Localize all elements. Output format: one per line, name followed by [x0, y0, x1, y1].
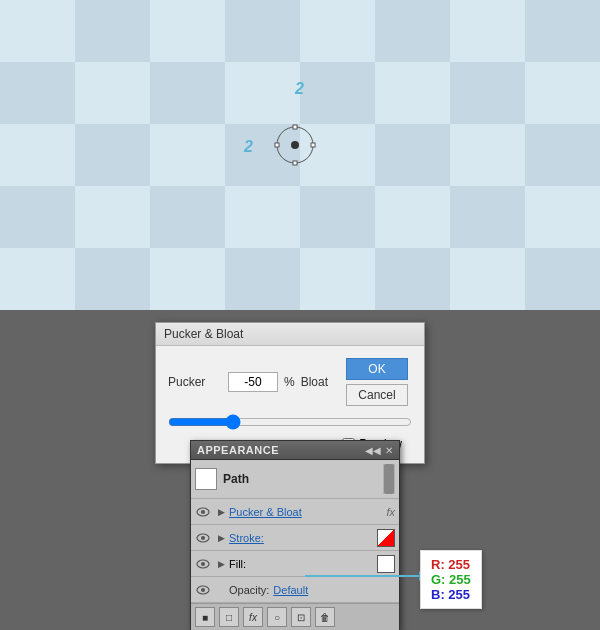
path-row: Path [191, 460, 399, 499]
path-label: Path [223, 472, 383, 486]
toolbar-add-new-fill[interactable]: ■ [195, 607, 215, 627]
rgb-values: R: 255 G: 255 B: 255 [420, 550, 482, 609]
eye-icon-opacity[interactable] [195, 584, 211, 596]
appearance-item-opacity: Opacity: Default [191, 577, 399, 603]
stroke-swatch[interactable] [377, 529, 395, 547]
ok-button[interactable]: OK [346, 358, 408, 380]
panel-title-icons: ◀◀ ✕ [365, 445, 393, 456]
toolbar-delete[interactable]: 🗑 [315, 607, 335, 627]
svg-rect-3 [293, 161, 297, 165]
pucker-item-link[interactable]: Pucker & Bloat [229, 506, 302, 518]
canvas-area: 2 2 [0, 0, 600, 310]
panel-title: APPEARANCE [197, 444, 279, 456]
rgb-r-value: R: 255 [431, 557, 471, 572]
bloat-label: Bloat [301, 375, 328, 389]
panel-collapse-icon[interactable]: ◀◀ [365, 445, 381, 456]
pucker-fx-icon: fx [386, 506, 395, 518]
pucker-item-label: Pucker & Bloat [229, 506, 386, 518]
rgb-g-value: G: 255 [431, 572, 471, 587]
fill-item-label: Fill: [229, 558, 377, 570]
panel-content: Path ▶ Pucker & Bloat fx [191, 460, 399, 603]
toolbar-add-new-stroke[interactable]: □ [219, 607, 239, 627]
eye-icon-stroke[interactable] [195, 532, 211, 544]
svg-rect-2 [293, 125, 297, 129]
stroke-item-link[interactable]: Stroke: [229, 532, 264, 544]
path-number-top: 2 [295, 80, 304, 98]
fill-swatch[interactable] [377, 555, 395, 573]
panel-scrollbar[interactable] [383, 464, 395, 494]
path-thumbnail [195, 468, 217, 490]
pucker-value-input[interactable] [228, 372, 278, 392]
dialog-title: Pucker & Bloat [164, 327, 243, 341]
path-circle [270, 120, 320, 170]
opacity-value[interactable]: Default [273, 584, 308, 596]
opacity-item-label: Opacity: [229, 584, 269, 596]
cancel-button[interactable]: Cancel [346, 384, 408, 406]
stroke-item-label: Stroke: [229, 532, 377, 544]
expand-arrow-fill[interactable]: ▶ [215, 558, 227, 570]
appearance-item-fill: ▶ Fill: [191, 551, 399, 577]
svg-rect-5 [311, 143, 315, 147]
rgb-b-value: B: 255 [431, 587, 471, 602]
eye-icon-fill[interactable] [195, 558, 211, 570]
appearance-panel: APPEARANCE ◀◀ ✕ Path [190, 440, 400, 630]
expand-arrow-stroke[interactable]: ▶ [215, 532, 227, 544]
svg-point-9 [201, 536, 205, 540]
appearance-item-stroke: ▶ Stroke: [191, 525, 399, 551]
toolbar-clear-appearance[interactable]: ○ [267, 607, 287, 627]
svg-point-13 [201, 588, 205, 592]
appearance-item-pucker: ▶ Pucker & Bloat fx [191, 499, 399, 525]
svg-point-7 [201, 510, 205, 514]
pucker-slider[interactable] [168, 414, 412, 430]
panel-close-icon[interactable]: ✕ [385, 445, 393, 456]
dialog-titlebar: Pucker & Bloat [156, 323, 424, 346]
svg-point-1 [291, 141, 299, 149]
panel-toolbar: ■ □ fx ○ ⊡ 🗑 [191, 603, 399, 630]
path-number-left: 2 [244, 138, 253, 156]
panels-area: Pucker & Bloat Pucker % Bloat OK Cancel … [0, 310, 600, 630]
fill-rgb-arrow [305, 575, 420, 577]
svg-rect-4 [275, 143, 279, 147]
panel-titlebar: APPEARANCE ◀◀ ✕ [191, 441, 399, 460]
svg-point-11 [201, 562, 205, 566]
pucker-unit: % [284, 375, 295, 389]
eye-icon-pucker[interactable] [195, 506, 211, 518]
expand-arrow-pucker[interactable]: ▶ [215, 506, 227, 518]
toolbar-add-effect[interactable]: fx [243, 607, 263, 627]
pucker-label: Pucker [168, 375, 228, 389]
expand-arrow-opacity [215, 584, 227, 596]
toolbar-duplicate[interactable]: ⊡ [291, 607, 311, 627]
